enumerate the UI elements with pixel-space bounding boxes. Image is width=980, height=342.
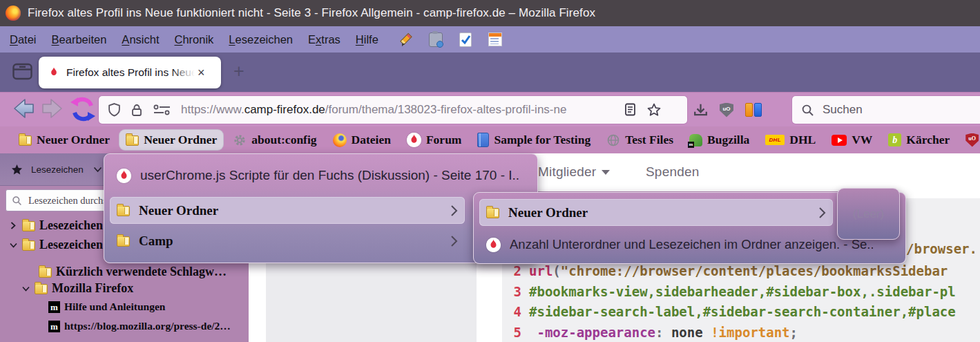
bookmark-item-bugzilla[interactable]: Bugzilla xyxy=(683,130,756,150)
spellcheck-extension-icon[interactable] xyxy=(459,32,472,47)
search-icon xyxy=(801,104,814,117)
chevron-right-icon xyxy=(818,207,826,219)
folder-icon xyxy=(35,284,48,294)
chevron-right-icon xyxy=(450,205,458,217)
search-bar[interactable] xyxy=(792,96,980,124)
bookmark-item-dateien[interactable]: Dateien xyxy=(327,130,397,150)
menubar-item-lesezeichen[interactable]: Lesezeichen xyxy=(221,26,300,53)
karcher-icon: b xyxy=(888,133,901,146)
menu-item-neuer-ordner[interactable]: Neuer Ordner xyxy=(110,197,465,224)
bookmark-label: VW xyxy=(852,133,872,147)
chevron-down-icon[interactable] xyxy=(93,167,102,173)
menubar-item-hilfe[interactable]: Hilfe xyxy=(348,26,386,53)
forward-button-icon[interactable] xyxy=(40,97,66,120)
new-tab-button[interactable]: + xyxy=(233,61,244,82)
reload-button-icon[interactable] xyxy=(68,95,97,124)
expander-down-icon[interactable] xyxy=(8,243,18,248)
code-line-3: 3#bookmarks-view,sidebarheader,#sidebar-… xyxy=(502,284,980,302)
bookmark-item-neuer-ordner[interactable]: Neuer Ordner xyxy=(12,130,116,150)
bookmark-extension-icon[interactable] xyxy=(745,103,762,117)
table-extension-icon[interactable] xyxy=(488,32,502,46)
globe-icon xyxy=(606,133,620,147)
menu-bar: DateiBearbeitenAnsichtChronikLesezeichen… xyxy=(0,26,980,53)
folder-icon xyxy=(117,206,130,216)
bookmark-label: Kärcher xyxy=(906,133,950,147)
code-line-4: 4#sidebar-search-label,#sidebar-search-c… xyxy=(502,304,980,322)
tab-close-icon[interactable]: × xyxy=(198,66,205,79)
bookmark-item-about-config[interactable]: about:config xyxy=(227,130,323,150)
bookmark-label: Neuer Ordner xyxy=(144,133,217,147)
menubar-item-extras[interactable]: Extras xyxy=(300,26,348,53)
code-line1-tail: /browser. xyxy=(906,241,977,256)
tree-item-lesezeichen[interactable]: Lesezeichen xyxy=(8,238,103,252)
tree-item-label: Lesezeichen xyxy=(39,238,103,252)
bookmark-star-icon[interactable] xyxy=(647,103,661,117)
reader-view-icon[interactable] xyxy=(624,103,636,117)
code-line-2: 2url("chrome://browser/content/places/bo… xyxy=(502,263,980,281)
gear-icon xyxy=(233,133,247,147)
bookmark-item-update[interactable]: uOUpdate xyxy=(959,130,980,150)
firefox-view-icon[interactable] xyxy=(12,62,32,81)
empty-submenu-popup: (Leer) xyxy=(837,188,900,240)
bookmark-item-dhl[interactable]: DHLDHL xyxy=(759,130,822,150)
tree-item-lesezeichen[interactable]: Lesezeichen xyxy=(8,218,103,233)
lock-icon[interactable] xyxy=(131,104,143,117)
folder-icon xyxy=(126,135,139,146)
tree-item-label: Hilfe und Anleitungen xyxy=(64,301,165,313)
folder-icon xyxy=(19,135,32,146)
back-button-icon[interactable] xyxy=(10,97,36,120)
camp-firefox-icon xyxy=(117,169,131,183)
tree-item-k-rzlich-verwendete-schlagw-[interactable]: Kürzlich verwendete Schlagw… xyxy=(39,265,227,279)
clipboard-extension-icon[interactable] xyxy=(429,32,443,47)
menu-item-userchrome[interactable]: userChrome.js Scripte für den Fuchs (Dis… xyxy=(110,161,526,190)
page-nav-spenden[interactable]: Spenden xyxy=(646,164,699,180)
pencil-extension-icon[interactable] xyxy=(398,32,412,46)
tree-item-https-blog-mozilla-org-press-d[interactable]: mhttps://blog.mozilla.org/press-de/2… xyxy=(48,320,231,332)
empty-label: (Leer) xyxy=(853,207,884,221)
mozilla-icon: m xyxy=(48,301,60,313)
url-bar[interactable]: https://www.camp-firefox.de/forum/thema/… xyxy=(99,96,687,124)
bookmark-item-neuer-ordner[interactable]: Neuer Ordner xyxy=(119,130,223,150)
search-icon xyxy=(12,196,22,206)
page-nav-mitglieder[interactable]: Mitglieder xyxy=(538,164,610,180)
bookmark-item-vw[interactable]: VW xyxy=(825,130,878,150)
bookmark-item-test-files[interactable]: Test Files xyxy=(600,130,680,150)
menubar-item-chronik[interactable]: Chronik xyxy=(166,26,221,53)
folder-icon xyxy=(486,208,499,218)
bookmark-item-sample-for-testing[interactable]: Sample for Testing xyxy=(471,130,597,150)
permissions-icon[interactable] xyxy=(153,104,171,115)
tracking-shield-icon[interactable] xyxy=(108,103,121,117)
menu-item-camp[interactable]: Camp xyxy=(110,227,465,254)
bookmark-label: Bugzilla xyxy=(707,133,749,147)
downloads-icon[interactable] xyxy=(693,103,708,117)
submenu-item-neuer-ordner[interactable]: Neuer Ordner xyxy=(479,199,833,226)
bookmark-item-forum[interactable]: Forum xyxy=(401,130,468,150)
menubar-item-bearbeiten[interactable]: Bearbeiten xyxy=(44,26,115,53)
window-title: Firefox altes Profil ins Neue funktionie… xyxy=(28,6,595,20)
line-number: 5 xyxy=(506,325,521,342)
star-icon xyxy=(11,164,23,175)
tree-item-label: https://blog.mozilla.org/press-de/2… xyxy=(64,320,231,332)
tree-item-label: Kürzlich verwendete Schlagw… xyxy=(56,265,227,279)
bookmark-label: about:config xyxy=(251,133,316,147)
ublock-origin-icon[interactable]: uO xyxy=(720,103,733,117)
url-text[interactable]: https://www.camp-firefox.de/forum/thema/… xyxy=(181,103,623,117)
mozilla-icon: m xyxy=(48,321,60,332)
menubar-item-ansicht[interactable]: Ansicht xyxy=(114,26,166,53)
tree-item-mozilla-firefox[interactable]: Mozilla Firefox xyxy=(21,281,133,296)
tree-item-hilfe-und-anleitungen[interactable]: mHilfe und Anleitungen xyxy=(48,301,165,313)
submenu-item-anzahl[interactable]: Anzahl Unterordner und Lesezeichen im Or… xyxy=(479,231,880,258)
book-icon xyxy=(477,133,489,147)
folder-icon xyxy=(39,267,52,278)
chevron-right-icon xyxy=(450,235,458,247)
bookmark-label: Test Files xyxy=(625,133,673,147)
expander-down-icon[interactable] xyxy=(21,286,30,292)
search-input[interactable] xyxy=(821,102,955,117)
window-titlebar: Firefox altes Profil ins Neue funktionie… xyxy=(0,0,980,26)
firefox-icon xyxy=(333,133,347,147)
menubar-item-datei[interactable]: Datei xyxy=(2,26,44,53)
bookmark-item-k-rcher[interactable]: bKärcher xyxy=(882,130,956,150)
expander-right-icon[interactable] xyxy=(8,222,18,229)
active-tab[interactable]: Firefox altes Profil ins Neue × xyxy=(39,57,221,88)
sidebar-title: Lesezeichen xyxy=(31,164,84,175)
